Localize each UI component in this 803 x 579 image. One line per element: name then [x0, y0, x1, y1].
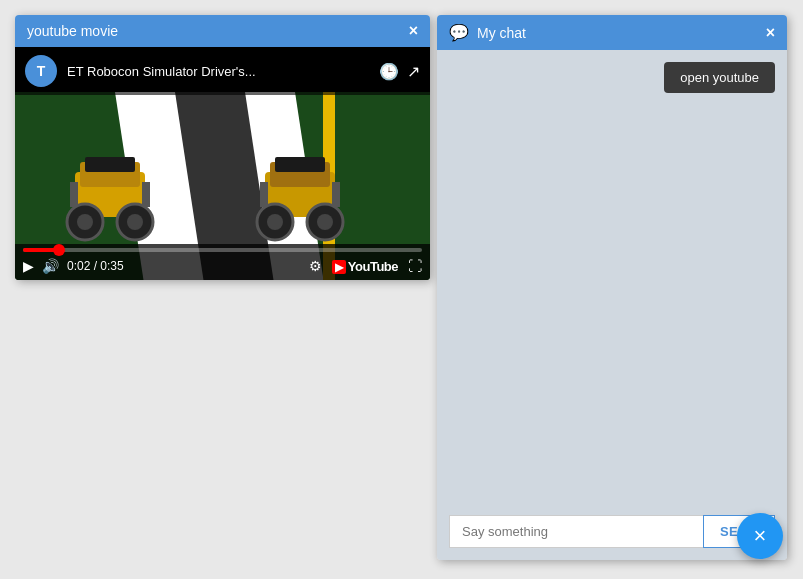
svg-rect-6: [85, 157, 135, 172]
float-close-button[interactable]: ×: [737, 513, 783, 559]
chat-window: 💬 My chat × open youtube SEND: [437, 15, 787, 560]
youtube-logo: ▶YouTube: [332, 259, 398, 274]
chat-body: open youtube SEND: [437, 50, 787, 560]
play-button[interactable]: ▶: [23, 258, 34, 274]
video-title: ET Robocon Simulator Driver's...: [67, 64, 369, 79]
chat-input[interactable]: [449, 515, 703, 548]
svg-point-18: [267, 214, 283, 230]
chat-messages-area: [449, 109, 775, 507]
fullscreen-button[interactable]: ⛶: [408, 258, 422, 274]
chat-close-button[interactable]: ×: [766, 25, 775, 41]
controls-row: ▶ 🔊 0:02 / 0:35 ⚙ ▶YouTube ⛶: [23, 258, 422, 274]
video-controls: ▶ 🔊 0:02 / 0:35 ⚙ ▶YouTube ⛶: [15, 244, 430, 280]
share-icon: ↗: [407, 62, 420, 81]
video-player: T ET Robocon Simulator Driver's... 🕒 ↗ ▶…: [15, 47, 430, 280]
channel-avatar: T: [25, 55, 57, 87]
open-youtube-button[interactable]: open youtube: [664, 62, 775, 93]
svg-rect-21: [332, 182, 340, 207]
time-display: 0:02 / 0:35: [67, 259, 124, 273]
svg-point-9: [77, 214, 93, 230]
svg-point-19: [317, 214, 333, 230]
settings-button[interactable]: ⚙: [309, 258, 322, 274]
chat-input-row: SEND: [449, 515, 775, 548]
video-title-bar: T ET Robocon Simulator Driver's... 🕒 ↗: [15, 47, 430, 95]
chat-title: My chat: [477, 25, 526, 41]
clock-icon: 🕒: [379, 62, 399, 81]
chat-titlebar: 💬 My chat ×: [437, 15, 787, 50]
svg-point-10: [127, 214, 143, 230]
chat-bubble-icon: 💬: [449, 23, 469, 42]
svg-rect-12: [142, 182, 150, 207]
youtube-window: youtube movie ×: [15, 15, 430, 280]
svg-rect-15: [275, 157, 325, 172]
svg-rect-20: [260, 182, 268, 207]
progress-dot: [53, 244, 65, 256]
svg-rect-11: [70, 182, 78, 207]
youtube-close-button[interactable]: ×: [409, 23, 418, 39]
youtube-window-title: youtube movie: [27, 23, 118, 39]
volume-button[interactable]: 🔊: [42, 258, 59, 274]
youtube-titlebar: youtube movie ×: [15, 15, 430, 47]
progress-bar[interactable]: [23, 248, 422, 252]
